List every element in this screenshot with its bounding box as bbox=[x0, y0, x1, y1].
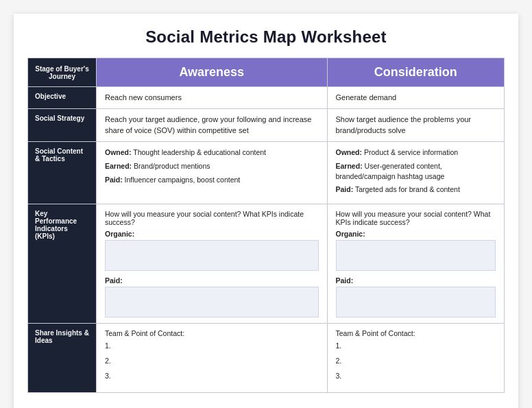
social-strategy-row: Social Strategy Reach your target audien… bbox=[28, 109, 505, 142]
share-col2-item2: 2. bbox=[336, 357, 496, 365]
share-insights-label: Share Insights & Ideas bbox=[28, 323, 97, 392]
share-col1-item3: 3. bbox=[105, 372, 319, 380]
consideration-header: Consideration bbox=[327, 58, 504, 87]
kpi-col1-organic-label: Organic: bbox=[105, 230, 319, 238]
share-insights-row: Share Insights & Ideas Team & Point of C… bbox=[28, 323, 505, 392]
tactics-col2-owned: Owned: Product & service information bbox=[336, 147, 496, 158]
kpi-col1: How will you measure your social content… bbox=[97, 204, 328, 323]
page-title: Social Metrics Map Worksheet bbox=[27, 27, 505, 47]
social-strategy-col2: Show target audience the problems your b… bbox=[327, 109, 504, 142]
kpi-col2-organic-label: Organic: bbox=[336, 230, 496, 238]
share-col2: Team & Point of Contact: 1. 2. 3. bbox=[327, 323, 504, 392]
objective-col1: Reach new consumers bbox=[97, 87, 328, 109]
tactics-row: Social Content & Tactics Owned: Thought … bbox=[28, 142, 505, 204]
tactics-label: Social Content & Tactics bbox=[28, 142, 97, 204]
tactics-col1-owned: Owned: Thought leadership & educational … bbox=[105, 147, 319, 158]
page-container: Social Metrics Map Worksheet Stage of Bu… bbox=[14, 14, 518, 408]
share-col2-item3: 3. bbox=[336, 372, 496, 380]
share-col1-title: Team & Point of Contact: bbox=[105, 329, 319, 337]
share-col1-item1: 1. bbox=[105, 341, 319, 350]
share-col1: Team & Point of Contact: 1. 2. 3. bbox=[97, 323, 328, 392]
kpi-col2-organic-box[interactable] bbox=[336, 240, 496, 271]
kpi-row: Key Performance Indicators (KPIs) How wi… bbox=[28, 204, 505, 323]
objective-label: Objective bbox=[28, 87, 97, 109]
share-col2-title: Team & Point of Contact: bbox=[336, 329, 496, 337]
objective-row: Objective Reach new consumers Generate d… bbox=[28, 87, 505, 109]
tactics-col1: Owned: Thought leadership & educational … bbox=[97, 142, 328, 204]
stage-header: Stage of Buyer's Journey bbox=[28, 58, 97, 87]
tactics-col1-paid: Paid: Influencer campaigns, boost conten… bbox=[105, 175, 319, 185]
share-col1-item2: 2. bbox=[105, 357, 319, 365]
kpi-col1-paid-label: Paid: bbox=[105, 276, 319, 285]
kpi-col2: How will you measure your social content… bbox=[327, 204, 504, 323]
tactics-col2-paid: Paid: Targeted ads for brand & content bbox=[336, 184, 496, 195]
header-row: Stage of Buyer's Journey Awareness Consi… bbox=[28, 58, 505, 87]
tactics-col2-earned: Earned: User-generated content, branded/… bbox=[336, 161, 496, 181]
tactics-col1-earned: Earned: Brand/product mentions bbox=[105, 161, 319, 171]
kpi-col2-paid-box[interactable] bbox=[336, 287, 496, 317]
awareness-header: Awareness bbox=[97, 58, 328, 87]
kpi-col2-prompt: How will you measure your social content… bbox=[336, 210, 496, 226]
kpi-col1-organic-box[interactable] bbox=[105, 240, 319, 271]
tactics-col2: Owned: Product & service information Ear… bbox=[327, 142, 504, 204]
social-strategy-label: Social Strategy bbox=[28, 109, 97, 142]
kpi-col1-prompt: How will you measure your social content… bbox=[105, 210, 319, 226]
share-col2-item1: 1. bbox=[336, 341, 496, 350]
worksheet-table: Stage of Buyer's Journey Awareness Consi… bbox=[27, 58, 505, 393]
kpi-label: Key Performance Indicators (KPIs) bbox=[28, 204, 97, 323]
kpi-col1-paid-box[interactable] bbox=[105, 287, 319, 317]
kpi-col2-paid-label: Paid: bbox=[336, 276, 496, 285]
social-strategy-col1: Reach your target audience, grow your fo… bbox=[97, 109, 328, 142]
objective-col2: Generate demand bbox=[327, 87, 504, 109]
